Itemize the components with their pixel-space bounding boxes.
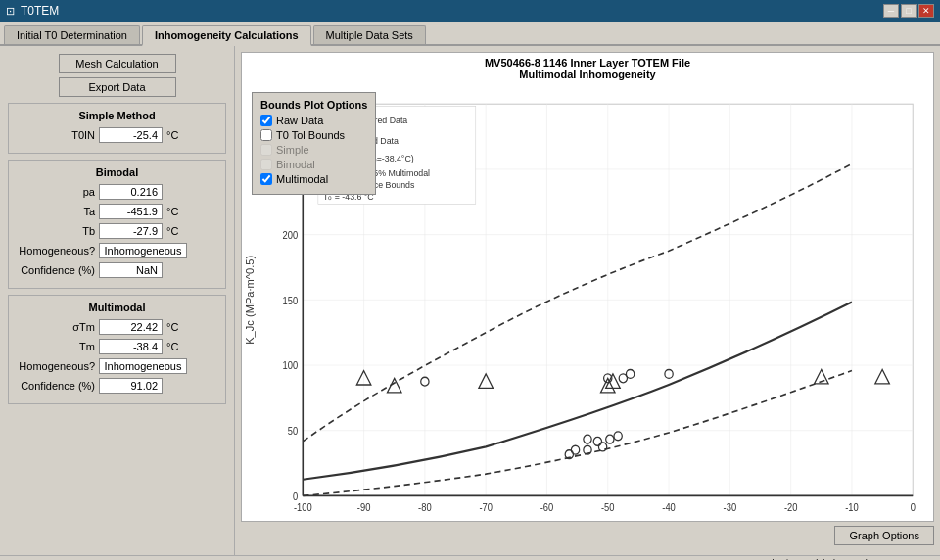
tab-multiple-data[interactable]: Multiple Data Sets (313, 25, 426, 44)
tm-label: Tm (17, 341, 95, 352)
svg-text:-100: -100 (294, 502, 312, 513)
bimodal-title: Bimodal (17, 166, 217, 178)
svg-text:-20: -20 (784, 502, 797, 513)
plot-footer: Graph Options (241, 522, 934, 549)
t0in-row: T0IN °C (17, 127, 217, 143)
multimodal-row: Multimodal (260, 173, 367, 185)
svg-text:-30: -30 (724, 502, 736, 513)
sigma-tm-row: σTm °C (17, 319, 217, 335)
tm-input[interactable] (99, 339, 163, 354)
app-title: T0TEM (21, 4, 59, 18)
bimodal-confidence-row: Confidence (%) (17, 262, 217, 278)
tab-inhomogeneity[interactable]: Inhomogeneity Calculations (142, 25, 311, 46)
bimodal-checkbox[interactable] (260, 159, 272, 170)
svg-text:-10: -10 (845, 502, 858, 513)
svg-text:50: 50 (288, 426, 298, 437)
pa-label: pa (17, 186, 95, 198)
t0in-unit: °C (166, 129, 186, 141)
multimodal-confidence-label: Confidence (%) (17, 380, 95, 392)
sigma-tm-unit: °C (166, 321, 186, 333)
multimodal-section: Multimodal σTm °C Tm °C Homogeneous? Inh… (8, 295, 226, 404)
svg-text:-50: -50 (601, 502, 614, 513)
simple-row: Simple (260, 144, 367, 156)
sigma-tm-input[interactable] (99, 319, 163, 335)
ta-row: Ta °C (17, 204, 217, 219)
export-data-button[interactable]: Export Data (59, 77, 176, 97)
bounds-plot-options-panel: Bounds Plot Options Raw Data T0 Tol Boun… (252, 92, 376, 195)
bimodal-row: Bimodal (260, 159, 367, 170)
plot-area: MV50466-8 1146 Inner Layer TOTEM File Mu… (241, 52, 934, 522)
simple-method-title: Simple Method (17, 110, 217, 121)
tb-label: Tb (17, 225, 95, 237)
raw-data-row: Raw Data (260, 115, 367, 126)
svg-text:-90: -90 (357, 502, 370, 513)
graph-options-button[interactable]: Graph Options (834, 526, 934, 545)
bimodal-homogeneous-row: Homogeneous? Inhomogeneous (17, 243, 217, 258)
simple-method-section: Simple Method T0IN °C (8, 103, 226, 154)
footer-bar: T0 Test Evaluation Module (TOTEM) V1.4 C… (0, 555, 940, 560)
multimodal-homogeneous-value: Inhomogeneous (99, 358, 187, 374)
svg-text:-60: -60 (540, 502, 553, 513)
svg-text:0: 0 (911, 502, 916, 513)
multimodal-title: Multimodal (17, 302, 217, 313)
t0in-label: T0IN (17, 129, 95, 141)
pa-row: pa (17, 184, 217, 200)
title-bar: ⊡ T0TEM ─ □ ✕ (0, 0, 940, 22)
simple-label: Simple (276, 144, 309, 156)
tb-row: Tb °C (17, 223, 217, 239)
svg-text:150: 150 (283, 295, 299, 305)
t0-tol-bounds-label: T0 Tol Bounds (276, 129, 345, 141)
raw-data-checkbox[interactable] (260, 115, 272, 126)
multimodal-confidence-row: Confidence (%) (17, 378, 217, 394)
svg-text:-40: -40 (662, 502, 675, 513)
ta-unit: °C (166, 206, 186, 217)
multimodal-checkbox[interactable] (260, 173, 272, 185)
svg-text:K_Jc (MPa·m^0.5): K_Jc (MPa·m^0.5) (245, 256, 257, 345)
t0-tol-bounds-checkbox[interactable] (260, 129, 272, 141)
ta-input[interactable] (99, 204, 163, 219)
bimodal-homogeneous-label: Homogeneous? (17, 245, 95, 257)
t0-tol-bounds-row: T0 Tol Bounds (260, 129, 367, 141)
plot-subtitle: Multimodal Inhomogeneity (242, 69, 933, 80)
tb-unit: °C (166, 225, 186, 237)
left-panel: Mesh Calculation Export Data Simple Meth… (0, 46, 235, 555)
svg-text:-70: -70 (479, 502, 492, 513)
multimodal-confidence-input[interactable] (99, 378, 163, 394)
simple-checkbox[interactable] (260, 144, 272, 156)
right-panel: MV50466-8 1146 Inner Layer TOTEM File Mu… (235, 46, 940, 555)
ta-label: Ta (17, 206, 95, 217)
multimodal-homogeneous-label: Homogeneous? (17, 360, 95, 372)
bimodal-confidence-label: Confidence (%) (17, 264, 95, 276)
bimodal-homogeneous-value: Inhomogeneous (99, 243, 187, 258)
pa-input[interactable] (99, 184, 163, 200)
tm-unit: °C (166, 341, 186, 352)
svg-text:-80: -80 (418, 502, 431, 513)
tab-initial-t0[interactable]: Initial T0 Determination (4, 25, 140, 44)
bimodal-confidence-input[interactable] (99, 262, 163, 278)
bounds-plot-options-title: Bounds Plot Options (260, 99, 367, 111)
svg-text:0: 0 (293, 491, 298, 502)
bimodal-section: Bimodal pa Ta °C Tb °C Homogeneous? Inho… (8, 160, 226, 289)
mesh-calculation-button[interactable]: Mesh Calculation (59, 54, 176, 73)
multimodal-label: Multimodal (276, 173, 328, 185)
app-icon: ⊡ (6, 5, 15, 18)
svg-text:200: 200 (283, 230, 299, 241)
tm-row: Tm °C (17, 339, 217, 354)
plot-title: MV50466-8 1146 Inner Layer TOTEM File (242, 57, 933, 69)
multimodal-homogeneous-row: Homogeneous? Inhomogeneous (17, 358, 217, 374)
svg-text:100: 100 (283, 360, 299, 371)
minimize-button[interactable]: ─ (883, 4, 899, 18)
raw-data-label: Raw Data (276, 115, 323, 126)
tb-input[interactable] (99, 223, 163, 239)
sigma-tm-label: σTm (17, 321, 95, 333)
t0in-input[interactable] (99, 127, 163, 143)
bimodal-label: Bimodal (276, 159, 315, 170)
footer-line1: T0 Test Evaluation Module (TOTEM) V1.4 (699, 557, 889, 560)
maximize-button[interactable]: □ (901, 4, 916, 18)
tab-bar: Initial T0 Determination Inhomogeneity C… (0, 22, 940, 46)
footer-text: T0 Test Evaluation Module (TOTEM) V1.4 C… (699, 557, 889, 560)
close-button[interactable]: ✕ (918, 4, 934, 18)
